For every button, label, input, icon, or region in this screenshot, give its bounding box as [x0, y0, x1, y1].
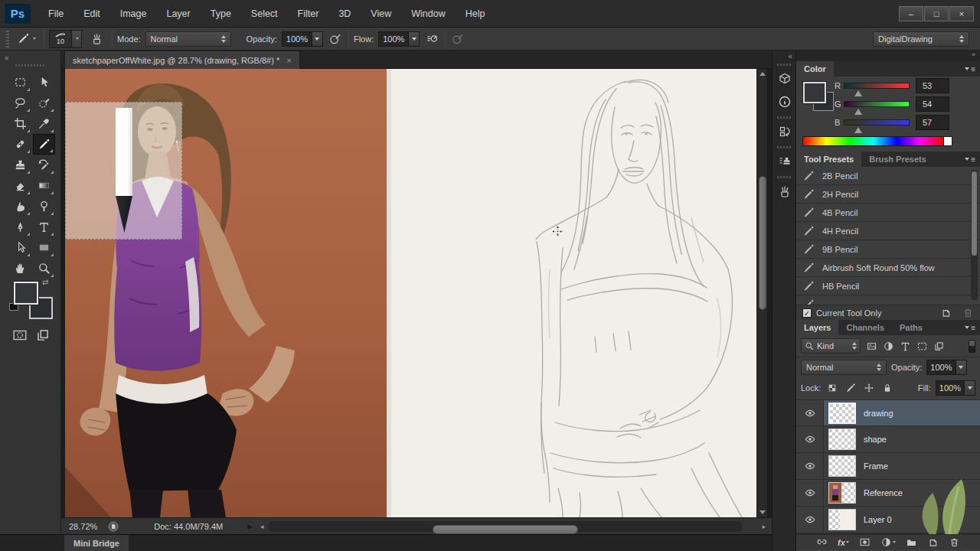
layer-row-shape[interactable]: shape: [796, 426, 980, 453]
menu-layer[interactable]: Layer: [156, 0, 200, 28]
layers-opacity-dropdown[interactable]: 100%: [926, 360, 966, 375]
tab-close-icon[interactable]: ×: [286, 56, 291, 65]
tool-path-selection[interactable]: [9, 237, 31, 258]
menu-3d[interactable]: 3D: [328, 0, 361, 28]
tool-eyedropper[interactable]: [33, 113, 55, 134]
layer-row-layer0[interactable]: Layer 0: [796, 507, 980, 533]
tool-rectangular-marquee[interactable]: [9, 72, 31, 93]
pressure-size-button[interactable]: [450, 32, 466, 45]
filter-smart-object-icon[interactable]: [933, 341, 945, 352]
scroll-down-icon[interactable]: [760, 510, 766, 514]
document-tab[interactable]: sketchpaperOffWhite.jpg @ 28.7% (drawing…: [64, 51, 300, 69]
new-preset-icon[interactable]: [940, 307, 952, 318]
document-size-info[interactable]: Doc: 44.0M/79.4M: [154, 522, 223, 531]
tool-preset-picker[interactable]: [14, 32, 39, 45]
swap-colors-icon[interactable]: ⇄: [42, 278, 48, 286]
blue-slider[interactable]: [844, 119, 910, 126]
tab-layers[interactable]: Layers: [796, 320, 838, 335]
tools-grip[interactable]: [15, 64, 46, 67]
vertical-scrollbar-thumb[interactable]: [759, 176, 766, 310]
layer-thumbnail[interactable]: [828, 403, 856, 424]
tool-pen[interactable]: [9, 217, 31, 237]
tool-hand[interactable]: [9, 258, 31, 279]
maximize-button[interactable]: □: [924, 6, 949, 21]
lock-all-icon[interactable]: [880, 381, 894, 395]
delete-preset-icon[interactable]: [962, 307, 974, 318]
close-button[interactable]: ×: [949, 6, 974, 21]
filter-type-icon[interactable]: [900, 341, 911, 352]
quick-mask-button[interactable]: [11, 328, 29, 343]
menu-help[interactable]: Help: [456, 0, 495, 28]
flow-dropdown[interactable]: 100%: [378, 31, 420, 47]
filter-image-icon[interactable]: [866, 341, 877, 352]
tool-brush[interactable]: [33, 134, 55, 155]
color-panel-menu-icon[interactable]: ≡: [965, 61, 975, 77]
tab-tool-presets[interactable]: Tool Presets: [796, 152, 861, 167]
layer-style-icon[interactable]: fx: [838, 538, 849, 547]
tool-history-brush[interactable]: [33, 155, 55, 175]
minimize-button[interactable]: –: [899, 6, 923, 21]
blend-mode-dropdown[interactable]: Normal: [801, 360, 887, 375]
hscroll-left-icon[interactable]: ◂: [260, 523, 264, 530]
tab-color[interactable]: Color: [796, 61, 834, 77]
layer-thumbnail[interactable]: [828, 509, 856, 530]
lock-position-icon[interactable]: [862, 381, 876, 395]
new-group-icon[interactable]: [906, 536, 917, 548]
adjustment-layer-icon[interactable]: [880, 536, 896, 548]
presets-scrollbar-thumb[interactable]: [972, 171, 977, 256]
tab-paths[interactable]: Paths: [892, 320, 930, 335]
layer-name[interactable]: Frame: [864, 461, 888, 471]
canvas-area[interactable]: [61, 69, 772, 517]
layer-row-reference[interactable]: Reference: [796, 480, 980, 507]
color-spectrum-ramp[interactable]: [802, 136, 952, 146]
preset-item[interactable]: 2H Pencil: [796, 185, 980, 204]
tab-channels[interactable]: Channels: [838, 320, 892, 335]
tool-rectangle-shape[interactable]: [33, 237, 55, 258]
clone-source-panel-icon[interactable]: [773, 150, 797, 173]
green-slider-thumb[interactable]: [854, 109, 862, 115]
vertical-scrollbar[interactable]: [756, 69, 767, 517]
scroll-up-icon[interactable]: [760, 72, 766, 76]
menu-filter[interactable]: Filter: [288, 0, 329, 28]
menu-file[interactable]: File: [38, 0, 74, 28]
foreground-color-swatch[interactable]: [14, 282, 38, 305]
tool-clone-stamp[interactable]: [9, 155, 31, 175]
doc-info-icon[interactable]: [108, 521, 119, 532]
filter-toggle[interactable]: [969, 340, 975, 353]
horizontal-scrollbar[interactable]: [268, 521, 743, 532]
new-layer-icon[interactable]: [927, 536, 939, 548]
tool-dodge[interactable]: [33, 196, 55, 217]
toggle-brush-panel-button[interactable]: [87, 32, 107, 45]
collapse-dock-icon[interactable]: »: [796, 51, 980, 61]
options-bar-grip[interactable]: [6, 31, 9, 47]
preset-item[interactable]: 9B Pencil: [796, 240, 980, 259]
tool-gradient[interactable]: [33, 175, 55, 196]
tool-quick-selection[interactable]: [33, 93, 55, 113]
layer-row-drawing[interactable]: drawing: [796, 399, 980, 426]
preset-item-partial[interactable]: [796, 295, 980, 305]
green-slider[interactable]: [844, 101, 910, 107]
presets-scrollbar[interactable]: [971, 170, 978, 300]
layer-name[interactable]: Reference: [864, 488, 903, 497]
layer-thumbnail[interactable]: [828, 455, 856, 477]
tool-smudge[interactable]: [9, 196, 31, 217]
filter-adjustment-icon[interactable]: [883, 341, 894, 352]
filter-shape-icon[interactable]: [916, 341, 928, 352]
expand-dock-icon[interactable]: «: [773, 51, 795, 60]
brush-preset-picker[interactable]: 10: [49, 30, 82, 48]
red-value[interactable]: 53: [916, 78, 949, 93]
layer-name[interactable]: drawing: [864, 409, 893, 418]
tool-crop[interactable]: [9, 113, 31, 134]
workspace-dropdown[interactable]: DigitalDrawing: [873, 31, 969, 47]
blue-slider-thumb[interactable]: [854, 127, 862, 133]
tool-zoom[interactable]: [33, 258, 55, 279]
lock-pixels-icon[interactable]: [844, 381, 858, 395]
current-tool-only-checkbox[interactable]: ✓: [802, 308, 812, 318]
opacity-dropdown[interactable]: 100%: [282, 31, 323, 47]
info-panel-icon[interactable]: [773, 90, 797, 113]
layer-name[interactable]: shape: [864, 435, 887, 444]
preset-item[interactable]: Airbrush Soft Round 50% flow: [796, 259, 980, 277]
visibility-toggle[interactable]: [796, 400, 824, 425]
tool-type[interactable]: [33, 217, 55, 237]
spectrum-white-swatch[interactable]: [943, 137, 952, 145]
